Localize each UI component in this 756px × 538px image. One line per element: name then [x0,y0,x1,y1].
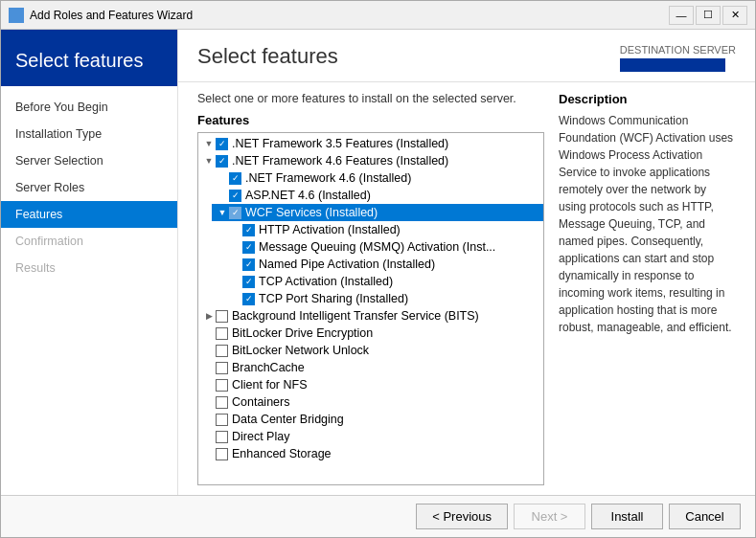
install-button[interactable]: Install [591,504,663,529]
checkbox-bitlocker-drive[interactable] [216,327,228,340]
item-label-containers: Containers [232,395,289,409]
tree-item-client-nfs[interactable]: ▶ Client for NFS [198,376,543,393]
description-text: Windows Communication Foundation (WCF) A… [559,112,736,336]
footer: < Previous Next > Install Cancel [1,495,755,537]
sidebar-item-features[interactable]: Features [1,201,177,228]
checkbox-net35[interactable]: ✓ [216,138,228,150]
tree-item-enhanced-storage[interactable]: ▶ Enhanced Storage [198,445,543,462]
checkbox-tcp-activation[interactable]: ✓ [242,276,255,288]
item-label-wcf: WCF Services (Installed) [245,206,378,219]
item-label-client-nfs: Client for NFS [232,378,308,392]
checkbox-client-nfs[interactable] [216,379,228,392]
page-title: Select features [197,44,338,69]
checkbox-aspnet46[interactable]: ✓ [229,190,241,202]
next-button[interactable]: Next > [514,504,585,529]
item-label-branchcache: BranchCache [232,361,305,374]
item-label-bits: Background Intelligent Transfer Service … [232,309,479,323]
item-label-bitlocker-network: BitLocker Network Unlock [232,344,369,357]
tree-item-bits[interactable]: ▶ Background Intelligent Transfer Servic… [198,307,543,325]
tree-item-tcp-activation[interactable]: ▶ ✓ TCP Activation (Installed) [225,273,543,290]
main-content: Select features DESTINATION SERVER Selec… [178,30,755,495]
server-banner [620,58,725,72]
tree-item-direct-play[interactable]: ▶ Direct Play [198,428,543,445]
checkbox-http-activation[interactable]: ✓ [242,224,255,236]
checkbox-tcp-port-sharing[interactable]: ✓ [242,293,255,305]
tree-item-aspnet46[interactable]: ▶ ✓ ASP.NET 4.6 (Installed) [212,187,543,204]
tree-item-net46-framework[interactable]: ▶ ✓ .NET Framework 4.6 (Installed) [212,169,543,187]
app-icon [9,8,24,23]
checkbox-datacenter-bridging[interactable] [216,414,228,426]
item-label-net35: .NET Framework 3.5 Features (Installed) [232,137,448,150]
checkbox-named-pipe[interactable]: ✓ [242,258,255,271]
item-label-named-pipe: Named Pipe Activation (Installed) [259,258,435,271]
sidebar-item-server-selection[interactable]: Server Selection [1,147,177,174]
tree-item-net46[interactable]: ▼ ✓ .NET Framework 4.6 Features (Install… [198,152,543,169]
checkbox-msmq[interactable]: ✓ [242,241,255,254]
sidebar: Select features Before You Begin Install… [1,30,178,495]
sidebar-nav: Before You Begin Installation Type Serve… [1,86,177,495]
item-label-direct-play: Direct Play [232,430,289,443]
expand-icon: ▶ [202,309,216,323]
item-label-net46-framework: .NET Framework 4.6 (Installed) [245,171,411,185]
expand-icon: ▼ [202,137,216,150]
tree-item-containers[interactable]: ▶ Containers [198,393,543,411]
tree-item-wcf[interactable]: ▼ ✓ WCF Services (Installed) [212,204,543,221]
checkbox-bitlocker-network[interactable] [216,345,228,357]
tree-item-named-pipe[interactable]: ▶ ✓ Named Pipe Activation (Installed) [225,256,543,273]
sidebar-item-installation-type[interactable]: Installation Type [1,121,177,147]
tree-item-branchcache[interactable]: ▶ BranchCache [198,359,543,376]
cancel-button[interactable]: Cancel [669,504,741,529]
checkbox-bits[interactable] [216,310,228,323]
sidebar-item-before-you-begin[interactable]: Before You Begin [1,94,177,121]
main-window: Add Roles and Features Wizard — ☐ ✕ Sele… [0,0,756,538]
titlebar: Add Roles and Features Wizard — ☐ ✕ [1,1,755,30]
item-label-msmq: Message Queuing (MSMQ) Activation (Inst.… [259,240,495,254]
item-label-bitlocker-drive: BitLocker Drive Encryption [232,326,373,340]
checkbox-enhanced-storage[interactable] [216,448,228,460]
destination-server-label: DESTINATION SERVER [620,44,736,56]
main-header: Select features DESTINATION SERVER [178,30,755,82]
item-label-tcp-activation: TCP Activation (Installed) [259,275,393,288]
destination-server-info: DESTINATION SERVER [620,44,736,72]
main-body: Select one or more features to install o… [178,82,755,495]
tree-item-bitlocker-drive[interactable]: ▶ BitLocker Drive Encryption [198,325,543,342]
tree-item-tcp-port-sharing[interactable]: ▶ ✓ TCP Port Sharing (Installed) [225,290,543,307]
sidebar-item-server-roles[interactable]: Server Roles [1,174,177,201]
checkbox-direct-play[interactable] [216,431,228,443]
close-button[interactable]: ✕ [722,6,747,25]
item-label-http-activation: HTTP Activation (Installed) [259,223,401,236]
checkbox-containers[interactable] [216,396,228,409]
sidebar-item-results: Results [1,255,177,281]
checkbox-branchcache[interactable] [216,362,228,374]
tree-item-http-activation[interactable]: ▶ ✓ HTTP Activation (Installed) [225,221,543,238]
description-panel: Description Windows Communication Founda… [559,92,736,485]
previous-button[interactable]: < Previous [416,504,508,529]
minimize-button[interactable]: — [669,6,694,25]
window-title: Add Roles and Features Wizard [30,9,669,22]
checkbox-net46-framework[interactable]: ✓ [229,172,241,185]
item-label-tcp-port-sharing: TCP Port Sharing (Installed) [259,292,408,305]
checkbox-net46[interactable]: ✓ [216,155,228,168]
tree-item-msmq[interactable]: ▶ ✓ Message Queuing (MSMQ) Activation (I… [225,238,543,256]
tree-item-bitlocker-network[interactable]: ▶ BitLocker Network Unlock [198,342,543,359]
tree-item-net35[interactable]: ▼ ✓ .NET Framework 3.5 Features (Install… [198,135,543,152]
description-label: Description [559,92,736,106]
item-label-aspnet46: ASP.NET 4.6 (Installed) [245,189,371,202]
sidebar-item-confirmation: Confirmation [1,228,177,255]
tree-item-datacenter-bridging[interactable]: ▶ Data Center Bridging [198,411,543,428]
item-label-datacenter-bridging: Data Center Bridging [232,413,344,426]
item-label-net46: .NET Framework 4.6 Features (Installed) [232,154,448,168]
sidebar-header: Select features [1,30,177,86]
checkbox-wcf[interactable]: ✓ [229,207,241,219]
titlebar-controls: — ☐ ✕ [669,6,747,25]
features-tree-container[interactable]: ▼ ✓ .NET Framework 3.5 Features (Install… [197,132,544,485]
features-description: Select one or more features to install o… [197,92,544,105]
features-label: Features [197,113,544,127]
expand-icon: ▼ [216,206,229,219]
expand-icon: ▼ [202,154,216,168]
item-label-enhanced-storage: Enhanced Storage [232,447,332,460]
features-tree: ▼ ✓ .NET Framework 3.5 Features (Install… [198,133,543,464]
maximize-button[interactable]: ☐ [696,6,721,25]
features-panel: Select one or more features to install o… [197,92,544,485]
content-area: Select features Before You Begin Install… [1,30,755,495]
